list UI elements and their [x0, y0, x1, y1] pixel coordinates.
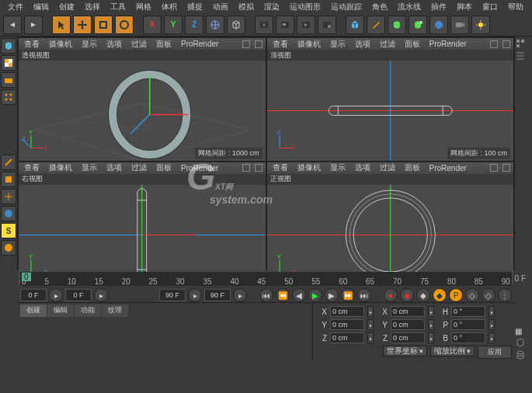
soft-select-button[interactable]: [1, 240, 16, 256]
stepper[interactable]: ▸: [489, 306, 495, 317]
frame-start-input[interactable]: [20, 289, 47, 301]
menu-anim[interactable]: 动画: [208, 2, 233, 12]
primitive-cube-button[interactable]: [346, 16, 364, 34]
max-icon[interactable]: [255, 40, 263, 48]
cube-icon[interactable]: [515, 337, 532, 348]
texture-mode-button[interactable]: [1, 55, 16, 71]
tab-edit[interactable]: 编辑: [47, 304, 74, 317]
stepper[interactable]: ▸: [489, 319, 495, 330]
wireframe-cube-button[interactable]: [227, 16, 245, 34]
light-button[interactable]: [471, 16, 490, 34]
pos-y-input[interactable]: [330, 319, 364, 330]
vp-menu-camera[interactable]: 摄像机: [47, 39, 75, 50]
next-frame-button[interactable]: ▶: [325, 288, 339, 302]
viewport-right[interactable]: 查看摄像机显示选项过滤面板ProRender 右视图 Z: [19, 162, 266, 285]
menu-select[interactable]: 选择: [80, 2, 105, 12]
menu-file[interactable]: 文件: [3, 2, 28, 12]
scale-mode-dropdown[interactable]: 缩放比例 ▾: [430, 346, 475, 356]
menu-tracker[interactable]: 运动跟踪: [326, 2, 367, 12]
key-rot-button[interactable]: ◇: [465, 288, 479, 302]
viewport-canvas[interactable]: Z Y 网格间距 : 100 cm: [19, 185, 266, 285]
tab-create[interactable]: 创建: [20, 304, 47, 317]
pos-x-input[interactable]: [330, 306, 364, 317]
snap-button[interactable]: S: [1, 223, 16, 238]
max-icon[interactable]: [502, 164, 510, 172]
vp-menu-display[interactable]: 显示: [79, 39, 99, 50]
menu-tools[interactable]: 工具: [106, 2, 130, 12]
axis-z-button[interactable]: Z: [185, 16, 203, 34]
next-key-button[interactable]: ⏩: [341, 288, 355, 302]
grid-icon[interactable]: [242, 40, 250, 48]
tab-texture[interactable]: 纹理: [102, 304, 128, 317]
model-mode-button[interactable]: [1, 38, 16, 54]
stepper[interactable]: ▸: [367, 332, 374, 343]
grid-icon[interactable]: [490, 40, 498, 48]
viewport-perspective[interactable]: 查看 摄像机 显示 选项 过滤 面板 ProRender 透视视图: [19, 38, 266, 161]
rot-b-input[interactable]: [451, 332, 485, 343]
select-tool[interactable]: [52, 16, 71, 34]
max-icon[interactable]: [255, 164, 263, 172]
stepper[interactable]: ▸: [367, 319, 374, 330]
size-x-input[interactable]: [391, 306, 425, 317]
hatch-icon[interactable]: ▦: [515, 327, 532, 336]
apply-button[interactable]: 应用: [478, 346, 512, 359]
workplane-button[interactable]: [1, 72, 16, 88]
menu-script[interactable]: 脚本: [452, 2, 477, 12]
menu-sim[interactable]: 模拟: [234, 2, 259, 12]
pos-z-input[interactable]: [330, 332, 364, 343]
rot-h-input[interactable]: [451, 306, 485, 317]
menu-render[interactable]: 渲染: [259, 2, 284, 12]
rot-p-input[interactable]: [451, 319, 485, 330]
render-region-button[interactable]: [276, 16, 294, 34]
edge-mode-button[interactable]: [1, 155, 16, 170]
render-button[interactable]: [255, 16, 273, 34]
menu-window[interactable]: 窗口: [478, 2, 502, 12]
viewport-top[interactable]: 查看摄像机显示选项过滤面板ProRender 顶视图 X Z: [267, 38, 514, 161]
autokey-button[interactable]: ◉: [400, 288, 414, 302]
frame-step[interactable]: ▸: [49, 288, 63, 302]
viewport-canvas[interactable]: X Y 网格间距 : 100 cm: [267, 185, 514, 285]
record-button[interactable]: ●: [384, 288, 398, 302]
menu-pipeline[interactable]: 流水线: [393, 2, 426, 12]
polygon-mode-button[interactable]: [1, 172, 16, 187]
coord-space-button[interactable]: [206, 16, 224, 34]
undo-button[interactable]: [3, 16, 22, 34]
max-icon[interactable]: [502, 40, 510, 48]
menu-edit[interactable]: 编辑: [29, 2, 54, 12]
stepper[interactable]: ▸: [428, 306, 434, 317]
viewport-canvas[interactable]: X Z 网格间距 : 100 cm: [267, 61, 514, 161]
redo-button[interactable]: [24, 16, 43, 34]
frame-step[interactable]: ▸: [94, 288, 108, 302]
prev-frame-button[interactable]: ◀: [292, 288, 306, 302]
viewport-front[interactable]: 查看摄像机显示选项过滤面板ProRender 正视图 X: [267, 162, 514, 285]
environment-button[interactable]: [429, 16, 448, 34]
vp-menu-panel[interactable]: 面板: [154, 39, 174, 50]
enable-axis-button[interactable]: [1, 206, 16, 221]
stepper[interactable]: ▸: [489, 332, 495, 343]
menu-mograph[interactable]: 运动图形: [285, 2, 325, 12]
play-button[interactable]: ▶: [308, 288, 322, 302]
stepper[interactable]: ▸: [367, 306, 374, 317]
move-tool[interactable]: [73, 16, 92, 34]
goto-end-button[interactable]: ⏭: [357, 288, 371, 302]
camera-button[interactable]: [450, 16, 469, 34]
menu-create[interactable]: 创建: [54, 2, 79, 12]
size-z-input[interactable]: [391, 332, 425, 343]
rotate-tool[interactable]: [115, 16, 134, 34]
viewport-canvas[interactable]: X Y Z 网格间距 : 1000 cm: [19, 61, 266, 161]
frame-current-input[interactable]: [65, 289, 92, 301]
goto-start-button[interactable]: ⏮: [259, 288, 273, 302]
axis-y-button[interactable]: Y: [164, 16, 183, 34]
render-settings-button[interactable]: [318, 16, 336, 34]
point-mode-button[interactable]: [1, 89, 16, 105]
frame-end-input[interactable]: [159, 289, 186, 301]
scale-tool[interactable]: [94, 16, 113, 34]
attributes-button[interactable]: [515, 50, 532, 61]
stepper[interactable]: ▸: [428, 319, 434, 330]
menu-character[interactable]: 角色: [367, 2, 392, 12]
frame-total-input[interactable]: [204, 289, 231, 301]
vp-menu-options[interactable]: 选项: [104, 39, 124, 50]
cylinder-icon[interactable]: [515, 350, 532, 360]
axis-mode-button[interactable]: [1, 189, 16, 204]
axis-x-button[interactable]: X: [143, 16, 162, 34]
